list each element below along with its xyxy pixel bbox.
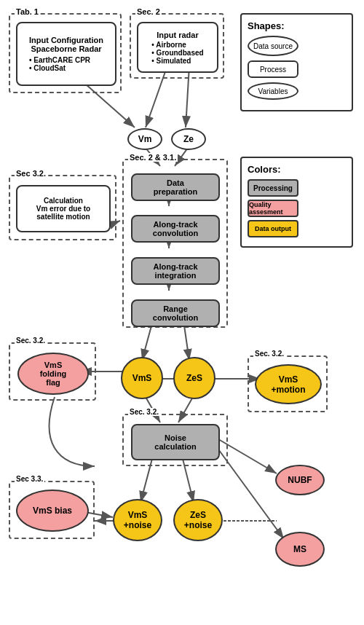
data-prep-node: Datapreparation [131,173,220,201]
diagram-container: Tab. 1 Input ConfigurationSpaceborne Rad… [0,0,364,625]
vms-noise-node: VmS+noise [113,499,162,541]
vms-motion-node: VmS+motion [255,364,322,404]
sec32-calc-label: Sec 3.2. [15,169,47,178]
sec32-calc-box: Sec 3.2. Calculation Vm error due to sat… [9,175,116,240]
noise-calc-node: Noisecalculation [131,424,220,460]
tab1-label: Tab. 1 [15,7,40,16]
vms-bias-node: VmS bias [16,490,89,532]
variables-legend: Variables [248,82,346,100]
process-shape: Process [248,60,298,78]
vms-folding-box: Sec. 3.2. VmSfoldingflag [9,342,96,401]
quality-color-swatch: Quality assesment [248,200,298,217]
data-source-legend: Data source [248,36,346,56]
data-source-shape: Data source [248,36,298,56]
processing-color-legend: Processing [248,179,346,197]
vms-node: VmS [121,357,163,399]
input-radar-node: Input radar • Airborne • Groundbased • S… [137,22,218,73]
zes-noise-node: ZeS+noise [173,499,223,541]
processing-color-swatch: Processing [248,179,298,197]
along-conv-node: Along-trackconvolution [131,215,220,243]
along-integ-node: Along-trackintegration [131,257,220,285]
data-output-color-legend: Data output [248,220,346,237]
process-legend: Process [248,60,346,78]
sec2-31-label: Sec. 2 & 3.1. [128,153,178,162]
ze-node: Ze [171,128,206,150]
sec32-motion-box: Sec. 3.2. VmS+motion [248,355,328,412]
ms-node: MS [275,532,325,567]
zes-node: ZeS [173,357,215,399]
variables-shape: Variables [248,82,298,100]
shapes-title: Shapes: [248,20,346,31]
calc-vm-node: Calculation Vm error due to satellite mo… [16,185,111,232]
shapes-legend: Shapes: Data source Process Variables [240,13,353,111]
vm-node: Vm [127,128,162,150]
colors-legend: Colors: Processing Quality assesment Dat… [240,157,353,248]
sec2-input-box: Sec. 2 Input radar • Airborne • Groundba… [130,13,224,79]
sec32-noise-box: Sec. 3.2. Noisecalculation [122,414,228,466]
range-conv-node: Rangeconvolution [131,299,220,327]
quality-color-legend: Quality assesment [248,200,346,217]
nubf-node: NUBF [275,465,325,495]
sec32-noise-label: Sec. 3.2. [128,408,160,416]
tab1-box: Tab. 1 Input ConfigurationSpaceborne Rad… [9,13,122,93]
sec2-31-box: Sec. 2 & 3.1. Datapreparation Along-trac… [122,159,228,328]
sec2-input-label: Sec. 2 [135,7,162,16]
sec32-motion-label: Sec. 3.2. [253,350,285,358]
data-output-color-swatch: Data output [248,220,298,237]
input-spaceborne-node: Input ConfigurationSpaceborne Radar • Ea… [16,22,116,86]
colors-title: Colors: [248,164,346,175]
sec33-vms-label: Sec 3.3. [15,475,44,483]
vms-folding-node: VmSfoldingflag [17,353,89,395]
sec33-vms-box: Sec 3.3. VmS bias [9,481,95,539]
sec32-vms-label: Sec. 3.2. [15,337,47,345]
